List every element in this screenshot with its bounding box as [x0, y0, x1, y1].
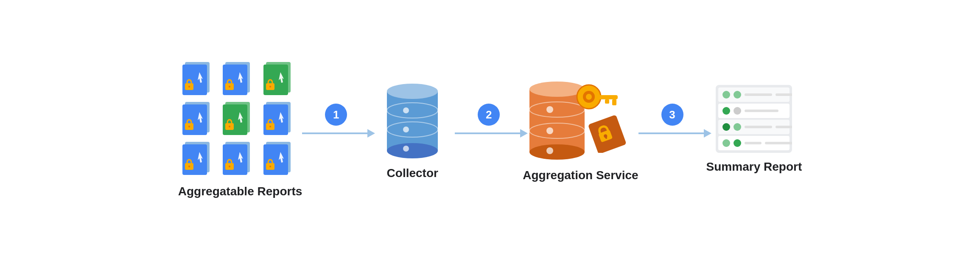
- svg-rect-66: [605, 99, 609, 104]
- dot-2b: [734, 107, 741, 115]
- report-doc-5: [221, 100, 255, 138]
- arrow-2-container: 2: [455, 104, 523, 155]
- arrow-line-2: [455, 132, 523, 134]
- summary-report-table: [716, 85, 792, 153]
- report-doc-2: [221, 60, 255, 98]
- svg-rect-6: [223, 65, 247, 95]
- arrow-1-container: 1: [302, 104, 370, 155]
- svg-point-46: [387, 143, 438, 158]
- aggregatable-reports-node: Aggregatable Reports: [178, 60, 302, 199]
- svg-rect-16: [182, 104, 207, 135]
- bar-2a: [745, 110, 778, 112]
- step-badge-1: 1: [325, 104, 347, 126]
- bar-3a: [745, 126, 772, 128]
- svg-point-54: [529, 144, 585, 160]
- svg-point-29: [269, 126, 271, 127]
- arrow-line-1: [302, 132, 370, 134]
- svg-rect-36: [223, 144, 247, 175]
- dot-3b: [734, 123, 741, 131]
- summary-report-label: Summary Report: [706, 160, 802, 174]
- svg-point-63: [586, 94, 592, 100]
- step-badge-3: 3: [661, 104, 683, 126]
- bar-1a: [745, 93, 772, 96]
- svg-point-50: [403, 107, 409, 113]
- bar-4b: [765, 142, 792, 144]
- svg-rect-31: [182, 144, 207, 175]
- svg-rect-65: [612, 99, 616, 105]
- report-doc-3: [262, 60, 296, 98]
- dot-1a: [722, 91, 730, 99]
- dot-4b: [734, 139, 741, 147]
- aggregation-service-label: Aggregation Service: [523, 168, 638, 183]
- collector-cylinder: [383, 79, 442, 159]
- svg-point-4: [188, 86, 190, 87]
- step-badge-2: 2: [478, 104, 500, 126]
- svg-point-9: [229, 86, 230, 87]
- bar-3b: [776, 126, 792, 128]
- svg-point-60: [546, 147, 553, 154]
- aggregation-service-node: Aggregation Service: [523, 76, 638, 183]
- dot-2a: [722, 107, 730, 115]
- svg-rect-41: [263, 144, 288, 175]
- aggregatable-reports-label: Aggregatable Reports: [178, 184, 302, 199]
- arrow-line-3: [638, 132, 706, 134]
- dot-1b: [734, 91, 741, 99]
- report-doc-4: [181, 100, 215, 138]
- svg-rect-64: [596, 95, 618, 99]
- svg-rect-26: [263, 104, 288, 135]
- flow-diagram: Aggregatable Reports 1 Col: [0, 0, 980, 259]
- svg-point-59: [546, 127, 553, 134]
- svg-point-47: [387, 84, 438, 99]
- report-doc-8: [221, 140, 255, 177]
- svg-point-51: [403, 127, 409, 132]
- svg-rect-21: [223, 104, 247, 135]
- svg-point-19: [188, 126, 190, 127]
- report-doc-9: [262, 140, 296, 177]
- reports-grid: [181, 60, 300, 177]
- arrow-3-container: 3: [638, 104, 706, 155]
- dot-3a: [722, 123, 730, 131]
- svg-point-14: [269, 86, 271, 87]
- bar-4a: [745, 142, 762, 144]
- collector-label: Collector: [387, 166, 438, 180]
- report-doc-7: [181, 140, 215, 177]
- report-doc-1: [181, 60, 215, 98]
- report-doc-6: [262, 100, 296, 138]
- summary-row-1: [718, 87, 790, 102]
- svg-point-44: [269, 166, 271, 167]
- collector-node: Collector: [370, 79, 455, 180]
- summary-row-3: [718, 120, 790, 134]
- dot-4a: [722, 139, 730, 147]
- svg-point-24: [229, 126, 230, 127]
- svg-point-58: [546, 106, 553, 113]
- svg-rect-1: [182, 65, 207, 95]
- summary-row-2: [718, 104, 790, 118]
- svg-point-34: [188, 166, 190, 167]
- svg-point-39: [229, 166, 230, 167]
- summary-report-node: Summary Report: [706, 85, 802, 174]
- summary-row-4: [718, 136, 790, 150]
- svg-rect-11: [263, 65, 288, 95]
- aggregation-service-graphic: [525, 76, 636, 161]
- svg-rect-45: [387, 91, 438, 151]
- svg-point-52: [403, 146, 409, 152]
- bar-1b: [776, 93, 792, 96]
